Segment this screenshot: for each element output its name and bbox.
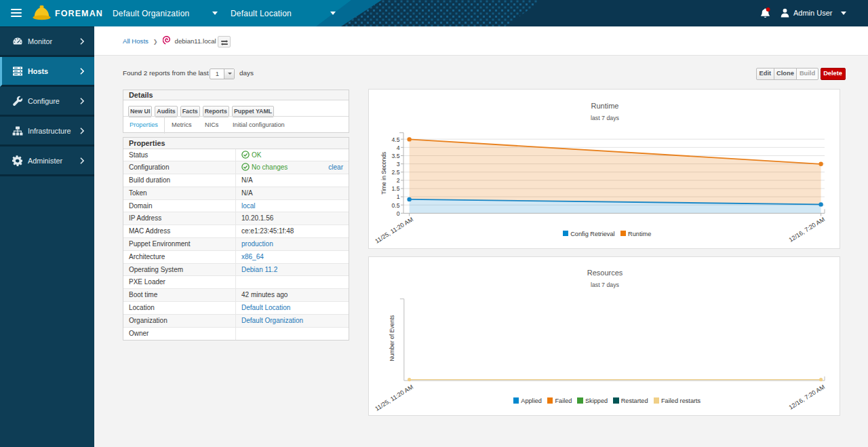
svg-text:0.5: 0.5: [392, 201, 400, 208]
svg-text:4: 4: [397, 144, 400, 151]
svg-text:Runtime: Runtime: [591, 102, 619, 110]
svg-text:Time in Seconds: Time in Seconds: [380, 151, 387, 194]
svg-text:Number of Events: Number of Events: [389, 315, 395, 361]
svg-text:3: 3: [397, 160, 400, 167]
svg-text:4.5: 4.5: [392, 136, 400, 142]
svg-text:2: 2: [397, 177, 400, 184]
svg-text:1.5: 1.5: [392, 185, 400, 192]
svg-text:0: 0: [397, 210, 400, 216]
svg-text:Resources: Resources: [587, 269, 623, 277]
svg-text:3.5: 3.5: [392, 152, 400, 159]
svg-text:1: 1: [397, 193, 400, 200]
svg-text:2.5: 2.5: [392, 169, 400, 176]
svg-text:last 7 days: last 7 days: [591, 114, 620, 121]
svg-text:last 7 days: last 7 days: [591, 281, 620, 288]
